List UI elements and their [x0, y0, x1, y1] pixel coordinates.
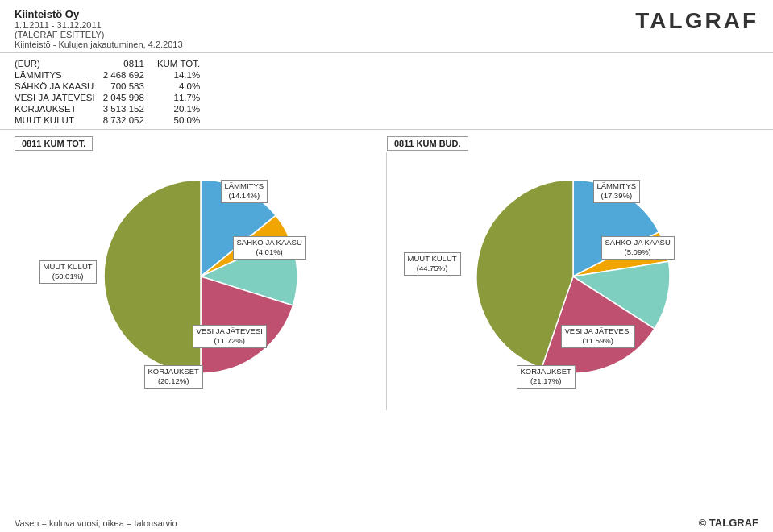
chart-right-title: 0811 KUM BUD.: [387, 136, 468, 151]
row-value: 700 583: [103, 81, 157, 92]
label-lammitys-left: LÄMMITYS(14.14%): [221, 180, 268, 203]
row-label: KORJAUKSET: [15, 103, 103, 114]
row-label: SÄHKÖ JA KAASU: [15, 81, 103, 92]
label-vesi-left: VESI JA JÄTEVESI(11.72%): [193, 325, 267, 348]
footer-brand: © TALGRAF: [699, 517, 758, 529]
period: 1.1.2011 - 31.12.2011: [15, 20, 183, 30]
table-row: SÄHKÖ JA KAASU 700 583 4.0%: [15, 81, 208, 92]
row-pct: 50.0%: [157, 114, 208, 126]
row-value: 2 045 998: [103, 92, 157, 103]
label-muutkulut-right: MUUT KULUT(44.75%): [404, 252, 461, 276]
row-label: MUUT KULUT: [15, 114, 103, 126]
data-table: (EUR) 0811 KUM TOT. LÄMMITYS 2 468 692 1…: [0, 53, 773, 130]
chart-right-panel: 0811 KUM BUD. LÄMMITYS(17.39%) SÄHKÖ JA …: [387, 136, 758, 410]
label-vesi-right: VESI JA JÄTEVESI(11.59%): [561, 325, 635, 348]
table-row: VESI JA JÄTEVESI 2 045 998 11.7%: [15, 92, 208, 103]
label-lammitys-right: LÄMMITYS(17.39%): [593, 180, 641, 203]
label-sahko-right: SÄHKÖ JA KAASU(5.09%): [601, 236, 675, 260]
row-value: 3 513 152: [103, 103, 157, 114]
table-row: LÄMMITYS 2 468 692 14.1%: [15, 69, 208, 81]
footer-note: Vasen = kuluva vuosi; oikea = talousarvi…: [15, 518, 177, 528]
chart-left-container: LÄMMITYS(14.14%) SÄHKÖ JA KAASU(4.01%) V…: [15, 156, 386, 397]
header: Kiinteistö Oy 1.1.2011 - 31.12.2011 (TAL…: [0, 0, 773, 53]
pie-left: LÄMMITYS(14.14%) SÄHKÖ JA KAASU(4.01%) V…: [96, 172, 305, 381]
row-pct: 4.0%: [157, 81, 208, 92]
row-value: 2 468 692: [103, 69, 157, 81]
footer-bar: Vasen = kuluva vuosi; oikea = talousarvi…: [0, 513, 773, 532]
company-name: Kiinteistö Oy: [15, 8, 183, 20]
charts-area: 0811 KUM TOT. LÄMMITYS(14.14%) SÄHKÖ JA …: [0, 130, 773, 410]
row-pct: 20.1%: [157, 103, 208, 114]
pie-right-svg: [468, 172, 678, 381]
header-left: Kiinteistö Oy 1.1.2011 - 31.12.2011 (TAL…: [15, 8, 183, 49]
header-right: TALGRAF: [635, 8, 758, 34]
brand-logo: TALGRAF: [635, 8, 758, 34]
chart-left-panel: 0811 KUM TOT. LÄMMITYS(14.14%) SÄHKÖ JA …: [15, 136, 386, 410]
col-currency: (EUR): [15, 58, 103, 69]
table-row: MUUT KULUT 8 732 052 50.0%: [15, 114, 208, 126]
chart-left-title: 0811 KUM TOT.: [15, 136, 93, 151]
row-value: 8 732 052: [103, 114, 157, 126]
row-label: VESI JA JÄTEVESI: [15, 92, 103, 103]
row-pct: 11.7%: [157, 92, 208, 103]
label-muutkulut-left: MUUT KULUT(50.01%): [39, 260, 97, 284]
row-pct: 14.1%: [157, 69, 208, 81]
subtitle1: (TALGRAF ESITTELY): [15, 30, 183, 39]
subtitle2: Kiinteistö - Kulujen jakautuminen, 4.2.2…: [15, 39, 183, 49]
label-korjaukset-right: KORJAUKSET(21.17%): [517, 365, 576, 389]
label-sahko-left: SÄHKÖ JA KAASU(4.01%): [233, 236, 306, 260]
table-row: KORJAUKSET 3 513 152 20.1%: [15, 103, 208, 114]
pie-right: LÄMMITYS(17.39%) SÄHKÖ JA KAASU(5.09%) V…: [468, 172, 678, 381]
col-kumtot: KUM TOT.: [157, 58, 208, 69]
row-label: LÄMMITYS: [15, 69, 103, 81]
label-korjaukset-left: KORJAUKSET(20.12%): [144, 365, 203, 389]
pie-left-svg: [96, 172, 305, 381]
chart-right-container: LÄMMITYS(17.39%) SÄHKÖ JA KAASU(5.09%) V…: [387, 156, 758, 397]
col-period: 0811: [103, 58, 157, 69]
